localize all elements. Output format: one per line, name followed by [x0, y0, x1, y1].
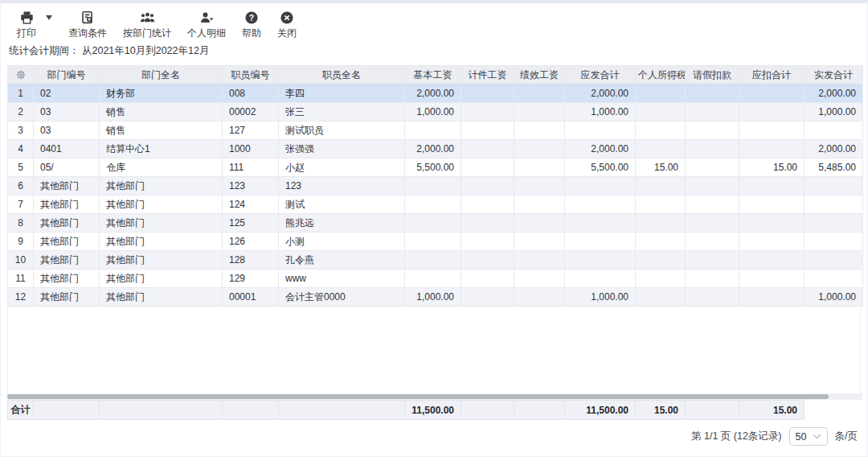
- table-cell[interactable]: [805, 251, 863, 270]
- table-cell[interactable]: 123: [223, 177, 279, 196]
- table-cell[interactable]: [739, 196, 805, 214]
- table-cell[interactable]: [565, 214, 636, 233]
- table-cell[interactable]: [405, 177, 461, 196]
- column-header[interactable]: 部门全名: [100, 66, 223, 84]
- table-cell[interactable]: 1,000.00: [805, 288, 863, 307]
- table-row[interactable]: 10其他部门其他部门128孔令燕: [8, 251, 863, 270]
- table-cell[interactable]: 2,000.00: [405, 84, 461, 103]
- table-cell[interactable]: [461, 159, 514, 177]
- table-cell[interactable]: 仓库: [100, 159, 223, 177]
- table-cell[interactable]: 其他部门: [34, 196, 100, 214]
- table-cell[interactable]: 其他部门: [34, 233, 100, 251]
- table-cell[interactable]: 其他部门: [100, 196, 223, 214]
- table-cell[interactable]: [686, 270, 739, 288]
- table-cell[interactable]: [686, 214, 739, 233]
- table-cell[interactable]: [636, 84, 686, 103]
- column-header[interactable]: 请假扣款: [686, 66, 739, 84]
- table-cell[interactable]: [686, 196, 739, 214]
- table-cell[interactable]: 张强强: [279, 140, 405, 159]
- table-cell[interactable]: [739, 251, 805, 270]
- table-cell[interactable]: [636, 270, 686, 288]
- table-cell[interactable]: [461, 177, 514, 196]
- table-cell[interactable]: [461, 214, 514, 233]
- table-cell[interactable]: [739, 177, 805, 196]
- table-cell[interactable]: [565, 251, 636, 270]
- table-cell[interactable]: [461, 196, 514, 214]
- table-cell[interactable]: 2,000.00: [805, 140, 863, 159]
- table-cell[interactable]: [565, 177, 636, 196]
- table-cell[interactable]: [805, 233, 863, 251]
- table-cell[interactable]: 小赵: [279, 159, 405, 177]
- table-cell[interactable]: 1,000.00: [805, 103, 863, 121]
- table-cell[interactable]: 1,000.00: [405, 103, 461, 121]
- table-cell[interactable]: [805, 177, 863, 196]
- table-cell[interactable]: [636, 251, 686, 270]
- table-row[interactable]: 6其他部门其他部门123123: [8, 177, 863, 196]
- table-cell[interactable]: 03: [34, 121, 100, 140]
- table-cell[interactable]: 其他部门: [100, 288, 223, 307]
- column-header[interactable]: 应扣合计: [739, 66, 805, 84]
- table-row[interactable]: 40401结算中心11000张强强2,000.002,000.002,000.0…: [8, 140, 863, 159]
- table-cell[interactable]: [686, 140, 739, 159]
- table-cell[interactable]: [405, 233, 461, 251]
- table-cell[interactable]: 销售: [100, 121, 223, 140]
- table-cell[interactable]: [565, 233, 636, 251]
- table-cell[interactable]: [686, 159, 739, 177]
- table-cell[interactable]: 其他部门: [100, 177, 223, 196]
- table-cell[interactable]: [805, 121, 863, 140]
- table-cell[interactable]: [514, 121, 565, 140]
- table-row[interactable]: 12其他部门其他部门00001会计主管00001,000.001,000.001…: [8, 288, 863, 307]
- table-cell[interactable]: [461, 288, 514, 307]
- table-cell[interactable]: 05/: [34, 159, 100, 177]
- table-cell[interactable]: [739, 121, 805, 140]
- table-cell[interactable]: [461, 121, 514, 140]
- column-header[interactable]: 绩效工资: [514, 66, 565, 84]
- table-cell[interactable]: [739, 103, 805, 121]
- horizontal-scrollbar[interactable]: [7, 393, 862, 400]
- table-cell[interactable]: [514, 288, 565, 307]
- table-row[interactable]: 203销售00002张三1,000.001,000.001,000.00: [8, 103, 863, 121]
- table-cell[interactable]: [565, 270, 636, 288]
- table-cell[interactable]: [739, 84, 805, 103]
- table-cell[interactable]: [636, 233, 686, 251]
- table-cell[interactable]: 127: [223, 121, 279, 140]
- table-cell[interactable]: [461, 140, 514, 159]
- table-cell[interactable]: [686, 103, 739, 121]
- table-cell[interactable]: [405, 270, 461, 288]
- column-header[interactable]: 基本工资: [405, 66, 461, 84]
- table-cell[interactable]: [514, 251, 565, 270]
- table-cell[interactable]: 其他部门: [34, 270, 100, 288]
- table-cell[interactable]: [514, 196, 565, 214]
- table-cell[interactable]: [514, 233, 565, 251]
- table-cell[interactable]: [636, 196, 686, 214]
- table-cell[interactable]: [636, 214, 686, 233]
- table-cell[interactable]: 111: [223, 159, 279, 177]
- print-button[interactable]: 打印: [17, 10, 36, 40]
- table-cell[interactable]: [514, 214, 565, 233]
- table-cell[interactable]: [686, 251, 739, 270]
- table-cell[interactable]: [405, 121, 461, 140]
- table-cell[interactable]: 其他部门: [34, 177, 100, 196]
- table-cell[interactable]: www: [279, 270, 405, 288]
- table-cell[interactable]: 李四: [279, 84, 405, 103]
- table-cell[interactable]: [636, 140, 686, 159]
- table-cell[interactable]: 2,000.00: [565, 84, 636, 103]
- table-cell[interactable]: 测试: [279, 196, 405, 214]
- table-cell[interactable]: 其他部门: [34, 214, 100, 233]
- table-cell[interactable]: 张三: [279, 103, 405, 121]
- table-cell[interactable]: 5,485.00: [805, 159, 863, 177]
- close-button[interactable]: 关闭: [277, 10, 297, 40]
- table-cell[interactable]: 销售: [100, 103, 223, 121]
- table-cell[interactable]: 5,500.00: [565, 159, 636, 177]
- table-cell[interactable]: 其他部门: [34, 288, 100, 307]
- table-cell[interactable]: [514, 140, 565, 159]
- table-cell[interactable]: 2,000.00: [565, 140, 636, 159]
- table-cell[interactable]: [405, 251, 461, 270]
- table-cell[interactable]: [739, 270, 805, 288]
- table-cell[interactable]: 00001: [223, 288, 279, 307]
- table-row[interactable]: 11其他部门其他部门129www: [8, 270, 863, 288]
- table-cell[interactable]: [514, 159, 565, 177]
- column-settings-button[interactable]: [8, 66, 34, 84]
- table-cell[interactable]: 结算中心1: [100, 140, 223, 159]
- table-cell[interactable]: 1000: [223, 140, 279, 159]
